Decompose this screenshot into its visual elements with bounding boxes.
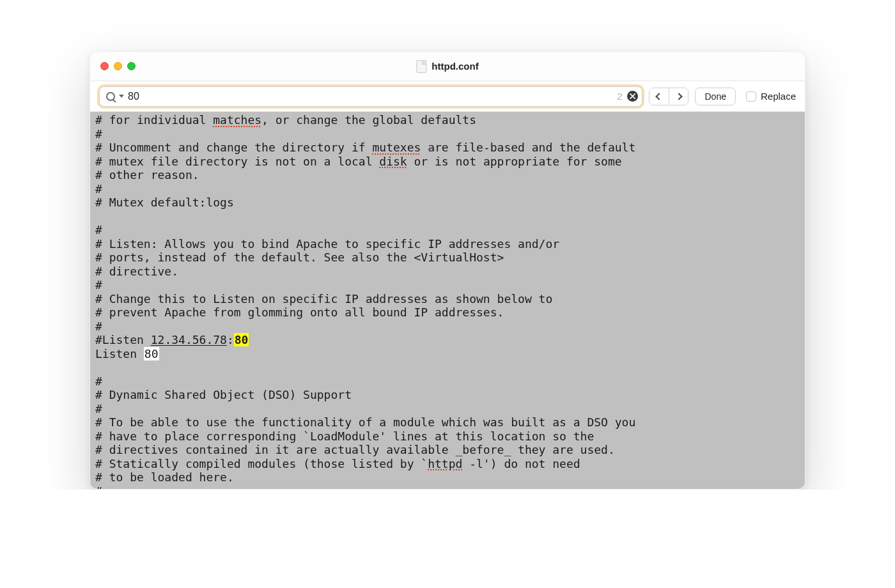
find-bar: 2 Done Replace: [90, 81, 805, 112]
document-icon: [416, 60, 426, 73]
titlebar: httpd.conf: [90, 52, 805, 81]
done-button[interactable]: Done: [695, 88, 735, 105]
search-input[interactable]: [128, 91, 613, 102]
zoom-window-button[interactable]: [127, 62, 136, 70]
find-previous-button[interactable]: [650, 88, 669, 105]
replace-label: Replace: [761, 91, 796, 102]
minimize-window-button[interactable]: [114, 62, 122, 70]
editor-content[interactable]: # for individual matches, or change the …: [90, 112, 805, 489]
search-icon: [106, 92, 115, 101]
search-options-chevron-icon[interactable]: [119, 95, 124, 98]
find-nav-group: [649, 88, 689, 105]
text-edit-window: httpd.conf 2 Done Replace # for individu…: [90, 51, 805, 490]
title-center: httpd.conf: [416, 60, 478, 73]
traffic-lights: [100, 62, 136, 70]
find-next-button[interactable]: [669, 88, 688, 105]
chevron-left-icon: [656, 93, 663, 100]
chevron-right-icon: [675, 93, 682, 100]
replace-toggle: Replace: [746, 91, 796, 102]
match-count: 2: [617, 91, 623, 102]
search-field-wrap[interactable]: 2: [99, 86, 642, 107]
close-window-button[interactable]: [100, 62, 109, 70]
clear-search-button[interactable]: [627, 91, 638, 102]
window-title: httpd.conf: [432, 61, 478, 72]
replace-checkbox[interactable]: [746, 91, 756, 102]
